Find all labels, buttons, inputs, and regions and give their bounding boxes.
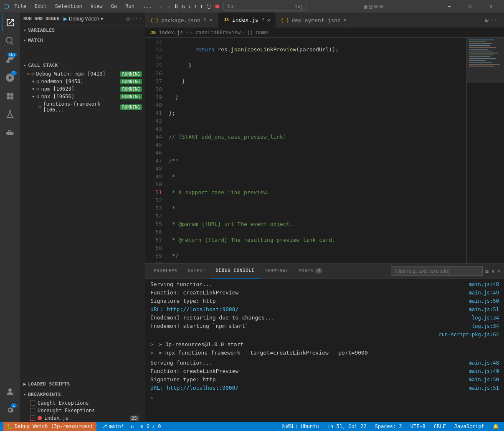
menu-run[interactable]: Run xyxy=(124,3,136,10)
menu-more[interactable]: ... xyxy=(141,3,154,10)
debug-pause[interactable]: ⏸ xyxy=(173,3,179,10)
layout-btn-1[interactable]: ▣ xyxy=(364,3,367,10)
debug-continue[interactable]: ⬆ xyxy=(200,3,203,10)
debug-step-into[interactable]: ⇣ xyxy=(188,3,191,10)
activity-explorer[interactable] xyxy=(2,14,18,31)
tab-terminal[interactable]: TERMINAL xyxy=(260,264,294,279)
nav-forward[interactable]: → xyxy=(167,3,170,10)
debug-config-select[interactable]: ▶ Debug Watch ▾ xyxy=(62,15,105,23)
console-link[interactable]: main.js:51 xyxy=(469,384,499,392)
tab-close-btn[interactable]: × xyxy=(267,17,270,23)
tab-debug-console[interactable]: DEBUG CONSOLE xyxy=(210,264,259,279)
list-view-icon[interactable]: ≡ xyxy=(485,268,489,274)
more-actions-icon[interactable]: ··· xyxy=(132,15,142,22)
close-panel-icon[interactable]: × xyxy=(497,268,501,274)
callstack-nodemon[interactable]: ▾ ⚙ nodemon [9450] RUNNING xyxy=(25,78,145,85)
console-link[interactable]: main.js:49 xyxy=(469,367,499,375)
watch-header[interactable]: ▾ WATCH xyxy=(20,35,145,45)
errors-warnings[interactable]: ⊗ 0 ⚠ 0 xyxy=(139,422,162,431)
breakpoint-indexjs[interactable]: ✓ index.js 25 xyxy=(20,414,145,422)
console-link[interactable]: main.js:51 xyxy=(469,305,499,314)
caught-checkbox[interactable] xyxy=(30,401,35,406)
indexjs-checkbox[interactable]: ✓ xyxy=(30,416,35,421)
split-editor-icon[interactable]: ⊞ xyxy=(485,17,488,23)
debug-status[interactable]: 🐛 Debug Watch (3p-resources) xyxy=(3,422,96,431)
menu-view[interactable]: View xyxy=(89,3,104,10)
menu-file[interactable]: File xyxy=(13,3,28,10)
activity-run-debug[interactable]: 1 xyxy=(2,69,18,86)
activity-docker[interactable] xyxy=(2,124,18,141)
status-badge: RUNNING xyxy=(120,104,142,110)
layout-btn-3[interactable]: ⊞ xyxy=(374,3,377,10)
close-btn[interactable]: ✕ xyxy=(481,0,501,13)
console-link[interactable]: log.js:34 xyxy=(472,322,499,330)
svg-rect-4 xyxy=(10,130,11,132)
layout-btn-4[interactable]: ⊟ xyxy=(379,3,382,10)
debug-step-out[interactable]: ⇡ xyxy=(194,3,197,10)
indentation[interactable]: Spaces: 2 xyxy=(373,422,404,431)
tab-index-js[interactable]: JS index.js M × xyxy=(218,13,276,28)
git-branch[interactable]: ⎇ main* xyxy=(100,422,126,431)
wsl-ubuntu[interactable]: ⎘ WSL: Ubuntu xyxy=(280,422,320,431)
layout-btn-2[interactable]: ▥ xyxy=(369,3,372,10)
breakpoint-caught[interactable]: Caught Exceptions xyxy=(20,399,145,407)
menu-go[interactable]: Go xyxy=(109,3,119,10)
activity-extensions[interactable] xyxy=(2,88,18,104)
menu-selection[interactable]: Selection xyxy=(53,3,84,10)
more-tabs-icon[interactable]: ··· xyxy=(490,17,501,23)
maximize-btn[interactable]: ☐ xyxy=(461,0,480,13)
variables-header[interactable]: ▾ VARIABLES xyxy=(20,25,145,35)
tab-package-json[interactable]: { } package.json M × xyxy=(145,13,218,28)
tab-problems[interactable]: PROBLEMS xyxy=(149,264,182,279)
callstack-functions-framework[interactable]: ⚙ functions-framework [106... RUNNING xyxy=(32,100,145,114)
activity-testing[interactable] xyxy=(2,106,18,123)
activity-search[interactable] xyxy=(2,33,18,49)
sidebar: RUN AND DEBUG ▶ Debug Watch ▾ ⚙ ··· ▾ VA… xyxy=(20,13,145,422)
console-link[interactable]: main.js:50 xyxy=(469,297,499,305)
debug-stop[interactable]: ⏹ xyxy=(214,3,220,10)
tab-output[interactable]: OUTPUT xyxy=(182,264,210,279)
tab-close-btn[interactable]: × xyxy=(343,17,347,23)
breadcrumb-file[interactable]: JS index.js xyxy=(150,30,183,35)
nav-back[interactable]: ← xyxy=(160,3,164,10)
callstack-npm[interactable]: ▾ ⚙ npm [10623] RUNNING xyxy=(25,85,145,93)
tab-close-btn[interactable]: × xyxy=(209,17,212,23)
collapse-icon[interactable]: ∧ xyxy=(491,268,494,274)
loaded-scripts-header[interactable]: ▶ LOADED SCRIPTS xyxy=(20,379,145,389)
language-mode[interactable]: JavaScript xyxy=(453,422,486,431)
minimize-btn[interactable]: — xyxy=(440,0,459,13)
console-link[interactable]: main.js:50 xyxy=(469,375,499,384)
callstack-header[interactable]: ▾ CALL STACK xyxy=(20,60,145,70)
gear-icon[interactable]: ⚙ xyxy=(126,15,129,22)
callstack-group-debug-watch[interactable]: ▾ ⚙ Debug Watch: npm [9419] RUNNING xyxy=(20,70,145,78)
callstack-item-label: npx [10656] xyxy=(41,94,74,99)
debug-step-over[interactable]: ↻ xyxy=(182,3,185,10)
console-link[interactable]: main.js:48 xyxy=(469,280,499,289)
sync-status[interactable]: ↻ xyxy=(129,422,135,431)
console-link[interactable]: main.js:49 xyxy=(469,289,499,297)
activity-settings[interactable]: 1 xyxy=(2,402,18,418)
tab-deployment-json[interactable]: { } deployment.json × xyxy=(276,13,352,28)
breadcrumb-name[interactable]: ⟨⟩ name xyxy=(247,30,268,35)
activity-source-control[interactable]: 1k+ xyxy=(2,51,18,68)
console-link[interactable]: main.js:48 xyxy=(469,359,499,367)
tab-ports[interactable]: PORTS 2 xyxy=(294,264,327,279)
menu-edit[interactable]: Edit xyxy=(33,3,48,10)
line-ending[interactable]: CRLF xyxy=(432,422,448,431)
chevron-icon: ▾ xyxy=(32,79,35,84)
breakpoints-header[interactable]: ▾ BREAKPOINTS xyxy=(20,389,145,399)
console-link[interactable]: run-script-pkg.js:64 xyxy=(439,330,499,339)
uncaught-checkbox[interactable] xyxy=(30,408,35,413)
debug-restart[interactable]: ⭮ xyxy=(206,3,212,10)
encoding[interactable]: UTF-8 xyxy=(409,422,427,431)
breadcrumb-function[interactable]: ⌂ caseLinkPreview xyxy=(190,30,241,35)
notifications[interactable]: 🔔 xyxy=(491,422,501,431)
cursor-position[interactable]: Ln 51, Col 22 xyxy=(326,422,368,431)
activity-account[interactable] xyxy=(2,383,18,400)
breakpoint-uncaught[interactable]: Uncaught Exceptions xyxy=(20,407,145,414)
filter-input[interactable] xyxy=(391,266,483,276)
watch-section: ▾ WATCH xyxy=(20,35,145,60)
callstack-npx[interactable]: ▾ ⚙ npx [10656] RUNNING xyxy=(25,93,145,100)
console-link[interactable]: log.js:34 xyxy=(472,314,499,322)
code-content[interactable]: return res.json(caseLinkPreview(parsedUr… xyxy=(165,38,466,263)
